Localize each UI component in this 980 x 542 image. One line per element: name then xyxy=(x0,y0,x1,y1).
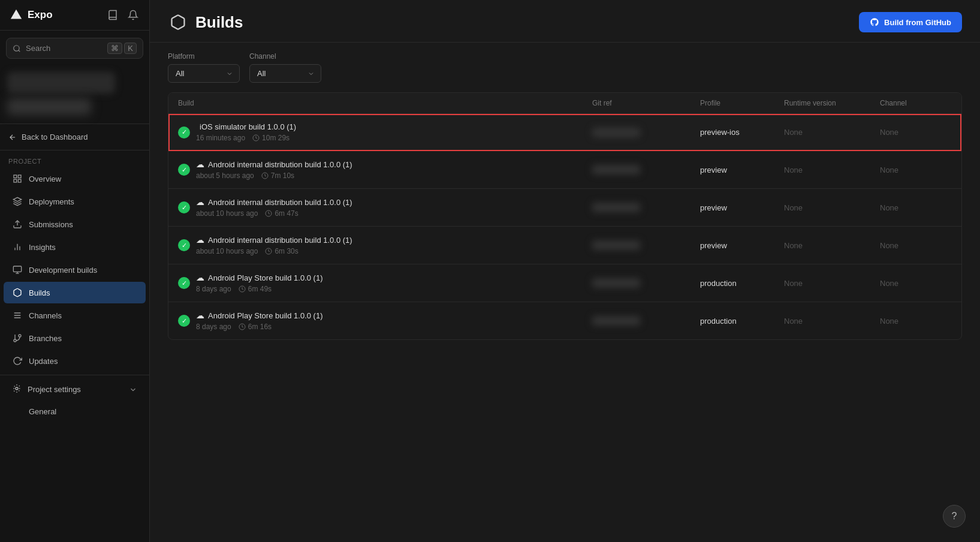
svg-rect-3 xyxy=(14,179,17,182)
chevron-down-icon xyxy=(129,386,137,394)
channel-select[interactable]: All preview production xyxy=(249,64,321,83)
svg-rect-10 xyxy=(13,266,21,272)
nav-label-dev-builds: Development builds xyxy=(29,266,97,275)
grid-icon xyxy=(12,173,23,184)
build-info-4: ✓ ☁ Android internal distribution build … xyxy=(178,235,592,255)
dev-builds-icon xyxy=(12,264,23,275)
build-name-4: ☁ Android internal distribution build 1.… xyxy=(196,235,352,245)
divider-3 xyxy=(0,375,149,375)
platform-select[interactable]: All iOS Android xyxy=(168,64,240,83)
page-title-area: Builds xyxy=(168,12,243,32)
build-from-github-btn[interactable]: Build from GitHub xyxy=(859,12,962,32)
main-header: Builds Build from GitHub xyxy=(150,0,980,43)
git-ref-4 xyxy=(592,240,700,250)
th-profile: Profile xyxy=(700,99,784,107)
app-name: Expo xyxy=(28,9,53,21)
builds-icon xyxy=(12,287,23,298)
git-ref-6 xyxy=(592,316,700,326)
runtime-1: None xyxy=(784,128,880,137)
runtime-2: None xyxy=(784,165,880,174)
sidebar-item-updates[interactable]: Updates xyxy=(4,350,146,372)
build-name-5: ☁ Android Play Store build 1.0.0 (1) xyxy=(196,273,323,282)
build-name-6: ☁ Android Play Store build 1.0.0 (1) xyxy=(196,311,323,320)
table-row[interactable]: ✓ ☁ Android internal distribution build … xyxy=(168,151,961,189)
notifications-icon-btn[interactable] xyxy=(126,8,140,22)
channel-3: None xyxy=(880,203,952,212)
sidebar-item-builds[interactable]: Builds xyxy=(4,282,146,303)
th-build: Build xyxy=(178,99,592,107)
profile-1: preview-ios xyxy=(700,128,784,137)
sidebar-item-insights[interactable]: Insights xyxy=(4,236,146,258)
nav-label-overview: Overview xyxy=(29,174,61,183)
nav-label-updates: Updates xyxy=(29,357,58,366)
sidebar-header-icons xyxy=(106,8,140,22)
build-meta-3: about 10 hours ago 6m 47s xyxy=(196,209,352,218)
page-title: Builds xyxy=(195,13,243,32)
svg-point-16 xyxy=(16,387,18,390)
nav-label-branches: Branches xyxy=(29,334,62,343)
success-icon-6: ✓ xyxy=(178,315,190,327)
channel-2: None xyxy=(880,165,952,174)
success-icon-1: ✓ xyxy=(178,127,190,138)
sidebar-item-submissions[interactable]: Submissions xyxy=(4,213,146,235)
sidebar: Expo Search ⌘ K xyxy=(0,0,150,542)
clock-icon xyxy=(265,248,272,255)
insights-icon xyxy=(12,242,23,252)
nav-label-insights: Insights xyxy=(29,243,56,252)
table-row[interactable]: ✓ ☁ Android Play Store build 1.0.0 (1) 8… xyxy=(168,302,961,339)
sidebar-item-branches[interactable]: Branches xyxy=(4,327,146,349)
clock-icon xyxy=(239,285,246,293)
builds-page-icon xyxy=(168,12,188,32)
channel-1: None xyxy=(880,128,952,137)
svg-marker-5 xyxy=(13,197,21,201)
book-icon xyxy=(107,10,118,20)
svg-rect-4 xyxy=(18,179,21,182)
submissions-icon xyxy=(12,219,23,230)
search-kbd: ⌘ K xyxy=(107,43,137,54)
runtime-6: None xyxy=(784,317,880,326)
sidebar-item-dev-builds[interactable]: Development builds xyxy=(4,259,146,281)
back-to-dashboard-btn[interactable]: Back to Dashboard xyxy=(0,127,149,147)
search-bar[interactable]: Search ⌘ K xyxy=(6,38,143,59)
clock-icon xyxy=(252,134,260,141)
channel-filter-group: Channel All preview production xyxy=(249,52,321,83)
back-arrow-icon xyxy=(8,133,17,141)
build-meta-1: 16 minutes ago 10m 29s xyxy=(196,134,296,142)
clock-icon xyxy=(265,210,272,217)
build-meta-6: 8 days ago 6m 16s xyxy=(196,323,323,331)
help-label: ? xyxy=(952,511,957,522)
build-github-label: Build from GitHub xyxy=(884,18,951,27)
table-row[interactable]: ✓ ☁ Android internal distribution build … xyxy=(168,227,961,264)
build-name-3: ☁ Android internal distribution build 1.… xyxy=(196,197,352,207)
sidebar-item-overview[interactable]: Overview xyxy=(4,168,146,189)
build-info-3: ✓ ☁ Android internal distribution build … xyxy=(178,197,592,218)
build-info-6: ✓ ☁ Android Play Store build 1.0.0 (1) 8… xyxy=(178,311,592,331)
search-placeholder: Search xyxy=(26,44,102,53)
th-git-ref: Git ref xyxy=(592,99,700,107)
success-icon-3: ✓ xyxy=(178,201,190,213)
nav-label-general: General xyxy=(29,407,56,416)
build-details-2: ☁ Android internal distribution build 1.… xyxy=(196,159,352,180)
build-info-1: ✓ iOS simulator build 1.0.0 (1) 16 minut… xyxy=(178,122,592,142)
sidebar-header: Expo xyxy=(0,0,149,31)
sidebar-item-general[interactable]: General xyxy=(4,402,146,421)
nav-label-channels: Channels xyxy=(29,311,62,320)
back-label: Back to Dashboard xyxy=(22,133,88,141)
table-row[interactable]: ✓ ☁ Android internal distribution build … xyxy=(168,189,961,227)
th-channel: Channel xyxy=(880,99,952,107)
build-info-2: ✓ ☁ Android internal distribution build … xyxy=(178,159,592,180)
th-runtime-version: Runtime version xyxy=(784,99,880,107)
table-row[interactable]: ✓ iOS simulator build 1.0.0 (1) 16 minut… xyxy=(168,114,961,151)
main-content: Builds Build from GitHub Platform All iO… xyxy=(150,0,980,542)
success-icon-5: ✓ xyxy=(178,277,190,289)
sidebar-item-channels[interactable]: Channels xyxy=(4,305,146,326)
clock-icon xyxy=(239,323,246,330)
build-meta-2: about 5 hours ago 7m 10s xyxy=(196,171,352,180)
sidebar-item-project-settings[interactable]: Project settings xyxy=(4,378,146,401)
help-btn[interactable]: ? xyxy=(943,505,966,528)
sidebar-item-deployments[interactable]: Deployments xyxy=(4,191,146,212)
table-row[interactable]: ✓ ☁ Android Play Store build 1.0.0 (1) 8… xyxy=(168,264,961,302)
docs-icon-btn[interactable] xyxy=(106,8,119,22)
success-icon-2: ✓ xyxy=(178,164,190,176)
build-meta-5: 8 days ago 6m 49s xyxy=(196,285,323,293)
